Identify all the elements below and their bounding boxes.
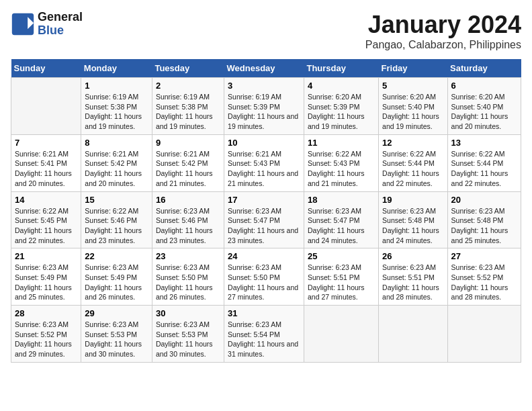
day-cell: 13Sunrise: 6:22 AMSunset: 5:44 PMDayligh… [447, 134, 521, 191]
day-cell: 14Sunrise: 6:22 AMSunset: 5:45 PMDayligh… [11, 191, 81, 248]
day-info: Sunrise: 6:22 AMSunset: 5:45 PMDaylight:… [15, 206, 77, 246]
day-number: 26 [382, 251, 444, 261]
day-info: Sunrise: 6:23 AMSunset: 5:47 PMDaylight:… [228, 206, 300, 246]
day-info: Sunrise: 6:23 AMSunset: 5:48 PMDaylight:… [451, 206, 517, 246]
day-cell: 20Sunrise: 6:23 AMSunset: 5:48 PMDayligh… [447, 191, 521, 248]
day-cell: 6Sunrise: 6:20 AMSunset: 5:40 PMDaylight… [447, 78, 521, 135]
week-row-2: 7Sunrise: 6:21 AMSunset: 5:41 PMDaylight… [11, 134, 521, 191]
day-number: 18 [308, 195, 375, 205]
day-info: Sunrise: 6:22 AMSunset: 5:43 PMDaylight:… [308, 149, 375, 189]
col-header-sunday: Sunday [11, 59, 81, 78]
logo: General Blue [11, 11, 83, 38]
day-cell: 7Sunrise: 6:21 AMSunset: 5:41 PMDaylight… [11, 134, 81, 191]
logo-text: General Blue [38, 11, 83, 38]
day-info: Sunrise: 6:23 AMSunset: 5:46 PMDaylight:… [156, 206, 220, 246]
day-cell: 2Sunrise: 6:19 AMSunset: 5:38 PMDaylight… [152, 78, 224, 135]
day-cell: 4Sunrise: 6:20 AMSunset: 5:39 PMDaylight… [304, 78, 378, 135]
subtitle: Pangao, Calabarzon, Philippines [365, 39, 521, 51]
day-cell: 30Sunrise: 6:23 AMSunset: 5:53 PMDayligh… [152, 306, 224, 363]
day-number: 4 [308, 81, 375, 91]
day-number: 27 [451, 251, 517, 261]
day-cell: 17Sunrise: 6:23 AMSunset: 5:47 PMDayligh… [224, 191, 304, 248]
day-cell: 16Sunrise: 6:23 AMSunset: 5:46 PMDayligh… [152, 191, 224, 248]
day-info: Sunrise: 6:21 AMSunset: 5:41 PMDaylight:… [15, 149, 77, 189]
day-number: 12 [382, 138, 444, 148]
day-number: 2 [156, 81, 220, 91]
day-number: 30 [156, 308, 220, 318]
day-info: Sunrise: 6:23 AMSunset: 5:53 PMDaylight:… [85, 320, 148, 359]
day-cell [304, 306, 378, 363]
day-cell: 21Sunrise: 6:23 AMSunset: 5:49 PMDayligh… [11, 248, 81, 306]
day-info: Sunrise: 6:23 AMSunset: 5:50 PMDaylight:… [156, 263, 220, 302]
day-cell: 8Sunrise: 6:21 AMSunset: 5:42 PMDaylight… [81, 134, 152, 191]
main-title: January 2024 [365, 11, 521, 39]
day-number: 25 [308, 251, 375, 261]
day-cell: 1Sunrise: 6:19 AMSunset: 5:38 PMDaylight… [81, 78, 152, 135]
day-number: 24 [228, 251, 300, 261]
day-cell: 25Sunrise: 6:23 AMSunset: 5:51 PMDayligh… [304, 248, 378, 306]
day-info: Sunrise: 6:23 AMSunset: 5:51 PMDaylight:… [382, 263, 444, 302]
day-cell: 23Sunrise: 6:23 AMSunset: 5:50 PMDayligh… [152, 248, 224, 306]
day-info: Sunrise: 6:19 AMSunset: 5:38 PMDaylight:… [85, 92, 148, 132]
day-info: Sunrise: 6:23 AMSunset: 5:53 PMDaylight:… [156, 320, 220, 359]
day-info: Sunrise: 6:21 AMSunset: 5:42 PMDaylight:… [85, 149, 148, 189]
day-number: 29 [85, 308, 148, 318]
day-cell: 15Sunrise: 6:22 AMSunset: 5:46 PMDayligh… [81, 191, 152, 248]
day-info: Sunrise: 6:20 AMSunset: 5:40 PMDaylight:… [382, 92, 444, 132]
day-number: 28 [15, 308, 77, 318]
day-info: Sunrise: 6:20 AMSunset: 5:40 PMDaylight:… [451, 92, 517, 132]
col-header-monday: Monday [81, 59, 152, 78]
logo-icon [11, 12, 35, 36]
day-cell: 3Sunrise: 6:19 AMSunset: 5:39 PMDaylight… [224, 78, 304, 135]
day-cell [447, 306, 521, 363]
day-number: 6 [451, 81, 517, 91]
day-info: Sunrise: 6:22 AMSunset: 5:44 PMDaylight:… [382, 149, 444, 189]
day-number: 7 [15, 138, 77, 148]
day-number: 21 [15, 251, 77, 261]
week-row-3: 14Sunrise: 6:22 AMSunset: 5:45 PMDayligh… [11, 191, 521, 248]
day-info: Sunrise: 6:23 AMSunset: 5:48 PMDaylight:… [382, 206, 444, 246]
day-info: Sunrise: 6:23 AMSunset: 5:52 PMDaylight:… [15, 320, 77, 359]
day-number: 14 [15, 195, 77, 205]
day-info: Sunrise: 6:23 AMSunset: 5:47 PMDaylight:… [308, 206, 375, 246]
day-info: Sunrise: 6:19 AMSunset: 5:38 PMDaylight:… [156, 92, 220, 132]
day-cell: 26Sunrise: 6:23 AMSunset: 5:51 PMDayligh… [379, 248, 448, 306]
day-number: 15 [85, 195, 148, 205]
title-block: January 2024 Pangao, Calabarzon, Philipp… [365, 11, 521, 51]
day-info: Sunrise: 6:22 AMSunset: 5:44 PMDaylight:… [451, 149, 517, 189]
day-cell [379, 306, 448, 363]
day-info: Sunrise: 6:19 AMSunset: 5:39 PMDaylight:… [228, 92, 300, 132]
day-number: 13 [451, 138, 517, 148]
day-info: Sunrise: 6:23 AMSunset: 5:52 PMDaylight:… [451, 263, 517, 302]
day-cell: 18Sunrise: 6:23 AMSunset: 5:47 PMDayligh… [304, 191, 378, 248]
day-cell: 11Sunrise: 6:22 AMSunset: 5:43 PMDayligh… [304, 134, 378, 191]
day-number: 9 [156, 138, 220, 148]
day-cell: 27Sunrise: 6:23 AMSunset: 5:52 PMDayligh… [447, 248, 521, 306]
day-info: Sunrise: 6:21 AMSunset: 5:42 PMDaylight:… [156, 149, 220, 189]
day-number: 1 [85, 81, 148, 91]
day-info: Sunrise: 6:22 AMSunset: 5:46 PMDaylight:… [85, 206, 148, 246]
week-row-4: 21Sunrise: 6:23 AMSunset: 5:49 PMDayligh… [11, 248, 521, 306]
day-cell: 5Sunrise: 6:20 AMSunset: 5:40 PMDaylight… [379, 78, 448, 135]
calendar-body: 1Sunrise: 6:19 AMSunset: 5:38 PMDaylight… [11, 78, 521, 363]
day-number: 22 [85, 251, 148, 261]
day-number: 10 [228, 138, 300, 148]
day-cell: 24Sunrise: 6:23 AMSunset: 5:50 PMDayligh… [224, 248, 304, 306]
day-number: 11 [308, 138, 375, 148]
day-cell: 28Sunrise: 6:23 AMSunset: 5:52 PMDayligh… [11, 306, 81, 363]
week-row-5: 28Sunrise: 6:23 AMSunset: 5:52 PMDayligh… [11, 306, 521, 363]
col-header-wednesday: Wednesday [224, 59, 304, 78]
col-header-friday: Friday [379, 59, 448, 78]
calendar-header: SundayMondayTuesdayWednesdayThursdayFrid… [11, 59, 521, 78]
day-number: 31 [228, 308, 300, 318]
day-number: 23 [156, 251, 220, 261]
calendar-table: SundayMondayTuesdayWednesdayThursdayFrid… [11, 59, 521, 363]
day-number: 3 [228, 81, 300, 91]
day-number: 19 [382, 195, 444, 205]
day-info: Sunrise: 6:20 AMSunset: 5:39 PMDaylight:… [308, 92, 375, 132]
day-info: Sunrise: 6:23 AMSunset: 5:49 PMDaylight:… [85, 263, 148, 302]
day-number: 16 [156, 195, 220, 205]
day-info: Sunrise: 6:23 AMSunset: 5:51 PMDaylight:… [308, 263, 375, 302]
col-header-tuesday: Tuesday [152, 59, 224, 78]
day-cell: 29Sunrise: 6:23 AMSunset: 5:53 PMDayligh… [81, 306, 152, 363]
